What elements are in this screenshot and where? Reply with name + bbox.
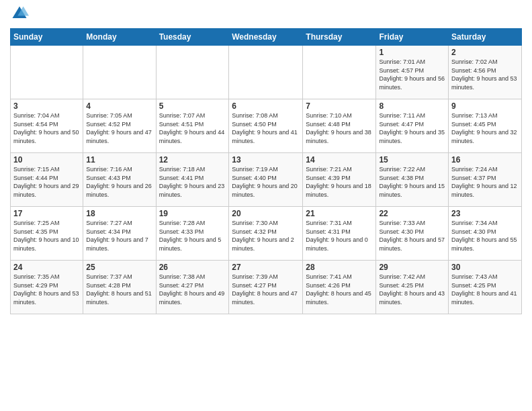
day-number: 20 — [232, 209, 300, 218]
day-info: Sunrise: 7:30 AM Sunset: 4:32 PM Dayligh… — [232, 219, 300, 253]
day-cell: 7Sunrise: 7:10 AM Sunset: 4:48 PM Daylig… — [303, 99, 376, 153]
day-info: Sunrise: 7:24 AM Sunset: 4:37 PM Dayligh… — [451, 165, 519, 199]
day-cell: 22Sunrise: 7:33 AM Sunset: 4:30 PM Dayli… — [376, 207, 449, 261]
day-info: Sunrise: 7:15 AM Sunset: 4:44 PM Dayligh… — [13, 165, 80, 199]
day-cell: 13Sunrise: 7:19 AM Sunset: 4:40 PM Dayli… — [229, 153, 303, 207]
day-info: Sunrise: 7:33 AM Sunset: 4:30 PM Dayligh… — [379, 219, 445, 253]
day-number: 17 — [13, 209, 80, 218]
day-number: 24 — [13, 263, 80, 272]
header-cell-monday: Monday — [83, 29, 156, 46]
day-cell — [11, 46, 83, 99]
day-info: Sunrise: 7:07 AM Sunset: 4:51 PM Dayligh… — [159, 111, 226, 145]
day-number: 8 — [379, 101, 445, 111]
day-cell: 23Sunrise: 7:34 AM Sunset: 4:30 PM Dayli… — [449, 207, 522, 261]
day-info: Sunrise: 7:10 AM Sunset: 4:48 PM Dayligh… — [306, 111, 373, 145]
day-info: Sunrise: 7:01 AM Sunset: 4:57 PM Dayligh… — [379, 58, 445, 91]
page-container: SundayMondayTuesdayWednesdayThursdayFrid… — [0, 0, 532, 318]
day-info: Sunrise: 7:43 AM Sunset: 4:25 PM Dayligh… — [451, 273, 519, 306]
day-cell: 14Sunrise: 7:21 AM Sunset: 4:39 PM Dayli… — [303, 153, 376, 207]
day-info: Sunrise: 7:18 AM Sunset: 4:41 PM Dayligh… — [159, 165, 226, 199]
day-info: Sunrise: 7:19 AM Sunset: 4:40 PM Dayligh… — [232, 165, 300, 199]
day-cell: 25Sunrise: 7:37 AM Sunset: 4:28 PM Dayli… — [83, 261, 156, 314]
day-info: Sunrise: 7:02 AM Sunset: 4:56 PM Dayligh… — [451, 58, 519, 91]
day-cell: 27Sunrise: 7:39 AM Sunset: 4:27 PM Dayli… — [229, 261, 303, 314]
week-row-5: 24Sunrise: 7:35 AM Sunset: 4:29 PM Dayli… — [11, 261, 522, 314]
day-cell: 9Sunrise: 7:13 AM Sunset: 4:45 PM Daylig… — [449, 99, 522, 153]
week-row-1: 1Sunrise: 7:01 AM Sunset: 4:57 PM Daylig… — [11, 46, 522, 99]
day-cell: 5Sunrise: 7:07 AM Sunset: 4:51 PM Daylig… — [156, 99, 229, 153]
day-number: 11 — [86, 155, 152, 165]
header-cell-saturday: Saturday — [449, 29, 522, 46]
day-info: Sunrise: 7:11 AM Sunset: 4:47 PM Dayligh… — [379, 111, 445, 145]
day-number: 27 — [232, 263, 300, 272]
day-number: 28 — [306, 263, 373, 272]
day-info: Sunrise: 7:39 AM Sunset: 4:27 PM Dayligh… — [232, 273, 300, 306]
day-info: Sunrise: 7:42 AM Sunset: 4:25 PM Dayligh… — [379, 273, 445, 306]
week-row-3: 10Sunrise: 7:15 AM Sunset: 4:44 PM Dayli… — [11, 153, 522, 207]
day-cell: 1Sunrise: 7:01 AM Sunset: 4:57 PM Daylig… — [376, 46, 449, 99]
day-cell: 29Sunrise: 7:42 AM Sunset: 4:25 PM Dayli… — [376, 261, 449, 314]
day-number: 5 — [159, 101, 226, 111]
day-info: Sunrise: 7:04 AM Sunset: 4:54 PM Dayligh… — [13, 111, 80, 145]
day-cell — [229, 46, 303, 99]
week-row-2: 3Sunrise: 7:04 AM Sunset: 4:54 PM Daylig… — [11, 99, 522, 153]
day-cell: 10Sunrise: 7:15 AM Sunset: 4:44 PM Dayli… — [11, 153, 83, 207]
day-number: 4 — [86, 101, 152, 111]
day-info: Sunrise: 7:21 AM Sunset: 4:39 PM Dayligh… — [306, 165, 373, 199]
day-cell: 20Sunrise: 7:30 AM Sunset: 4:32 PM Dayli… — [229, 207, 303, 261]
day-cell: 19Sunrise: 7:28 AM Sunset: 4:33 PM Dayli… — [156, 207, 229, 261]
day-number: 25 — [86, 263, 152, 272]
header-cell-sunday: Sunday — [11, 29, 83, 46]
day-cell: 17Sunrise: 7:25 AM Sunset: 4:35 PM Dayli… — [11, 207, 83, 261]
day-number: 14 — [306, 155, 373, 165]
day-cell: 11Sunrise: 7:16 AM Sunset: 4:43 PM Dayli… — [83, 153, 156, 207]
day-number: 12 — [159, 155, 226, 165]
page-header — [10, 7, 522, 23]
day-info: Sunrise: 7:13 AM Sunset: 4:45 PM Dayligh… — [451, 111, 519, 145]
day-cell: 28Sunrise: 7:41 AM Sunset: 4:26 PM Dayli… — [303, 261, 376, 314]
day-number: 15 — [379, 155, 445, 165]
day-number: 22 — [379, 209, 445, 218]
day-info: Sunrise: 7:37 AM Sunset: 4:28 PM Dayligh… — [86, 273, 152, 306]
day-number: 13 — [232, 155, 300, 165]
calendar-table: SundayMondayTuesdayWednesdayThursdayFrid… — [10, 28, 522, 314]
day-info: Sunrise: 7:28 AM Sunset: 4:33 PM Dayligh… — [159, 219, 226, 253]
day-number: 1 — [379, 48, 445, 57]
day-cell: 3Sunrise: 7:04 AM Sunset: 4:54 PM Daylig… — [11, 99, 83, 153]
day-info: Sunrise: 7:08 AM Sunset: 4:50 PM Dayligh… — [232, 111, 300, 145]
day-number: 21 — [306, 209, 373, 218]
day-cell: 15Sunrise: 7:22 AM Sunset: 4:38 PM Dayli… — [376, 153, 449, 207]
day-cell: 12Sunrise: 7:18 AM Sunset: 4:41 PM Dayli… — [156, 153, 229, 207]
header-cell-thursday: Thursday — [303, 29, 376, 46]
day-cell: 18Sunrise: 7:27 AM Sunset: 4:34 PM Dayli… — [83, 207, 156, 261]
day-cell: 8Sunrise: 7:11 AM Sunset: 4:47 PM Daylig… — [376, 99, 449, 153]
day-info: Sunrise: 7:38 AM Sunset: 4:27 PM Dayligh… — [159, 273, 226, 306]
day-info: Sunrise: 7:27 AM Sunset: 4:34 PM Dayligh… — [86, 219, 152, 253]
day-cell: 24Sunrise: 7:35 AM Sunset: 4:29 PM Dayli… — [11, 261, 83, 314]
day-number: 10 — [13, 155, 80, 165]
header-cell-friday: Friday — [376, 29, 449, 46]
day-info: Sunrise: 7:22 AM Sunset: 4:38 PM Dayligh… — [379, 165, 445, 199]
calendar-body: 1Sunrise: 7:01 AM Sunset: 4:57 PM Daylig… — [11, 46, 522, 314]
day-cell — [303, 46, 376, 99]
day-number: 6 — [232, 101, 300, 111]
day-cell: 2Sunrise: 7:02 AM Sunset: 4:56 PM Daylig… — [449, 46, 522, 99]
day-cell: 6Sunrise: 7:08 AM Sunset: 4:50 PM Daylig… — [229, 99, 303, 153]
day-number: 3 — [13, 101, 80, 111]
header-cell-tuesday: Tuesday — [156, 29, 229, 46]
day-number: 30 — [451, 263, 519, 272]
header-cell-wednesday: Wednesday — [229, 29, 303, 46]
day-info: Sunrise: 7:35 AM Sunset: 4:29 PM Dayligh… — [13, 273, 80, 306]
calendar-header: SundayMondayTuesdayWednesdayThursdayFrid… — [11, 29, 522, 46]
day-cell — [156, 46, 229, 99]
day-cell: 4Sunrise: 7:05 AM Sunset: 4:52 PM Daylig… — [83, 99, 156, 153]
day-info: Sunrise: 7:34 AM Sunset: 4:30 PM Dayligh… — [451, 219, 519, 253]
day-number: 7 — [306, 101, 373, 111]
day-number: 26 — [159, 263, 226, 272]
logo — [10, 7, 29, 23]
day-info: Sunrise: 7:05 AM Sunset: 4:52 PM Dayligh… — [86, 111, 152, 145]
day-info: Sunrise: 7:16 AM Sunset: 4:43 PM Dayligh… — [86, 165, 152, 199]
day-number: 23 — [451, 209, 519, 218]
logo-icon — [10, 4, 29, 23]
day-number: 29 — [379, 263, 445, 272]
